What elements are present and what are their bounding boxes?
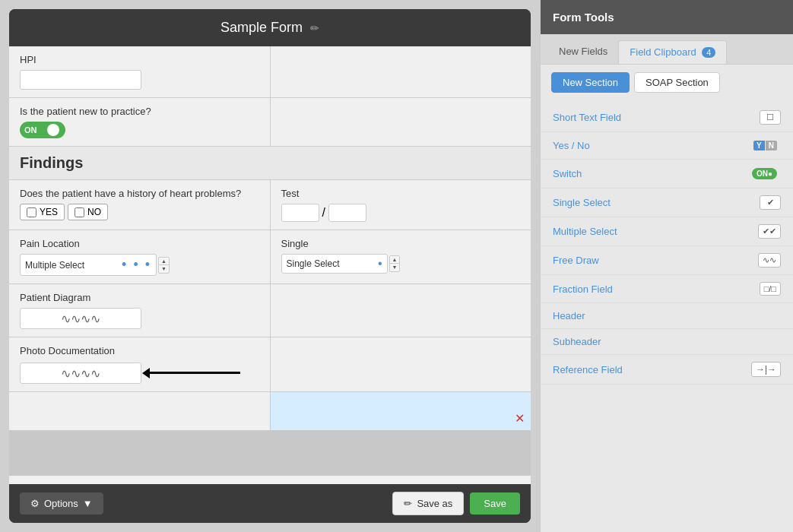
- save-button[interactable]: Save: [470, 492, 520, 515]
- multi-select-dots: • • •: [122, 257, 151, 273]
- heart-problems-row: Does the patient have a history of heart…: [9, 180, 531, 230]
- patient-diagram-row: Patient Diagram ∿∿∿∿: [9, 284, 531, 337]
- spinner-down[interactable]: ▼: [159, 265, 169, 272]
- field-icon-yes-no: YN: [750, 139, 781, 152]
- patient-new-empty-cell: [271, 98, 531, 146]
- toggle-switch[interactable]: ON: [20, 122, 65, 138]
- hpi-input[interactable]: [20, 70, 141, 90]
- yes-checkbox-label[interactable]: YES: [20, 204, 65, 220]
- photo-doc-row: Photo Documentation ∿∿∿∿: [9, 337, 531, 392]
- options-button[interactable]: ⚙ Options ▼: [20, 492, 103, 515]
- arrow-line: [149, 372, 240, 374]
- patient-new-label: Is the patient new to practice?: [20, 106, 259, 117]
- field-item-switch[interactable]: Switch ON●: [541, 160, 793, 188]
- field-icon-subheader: [773, 340, 781, 344]
- field-item-short-text[interactable]: Short Text Field ☐: [541, 103, 793, 132]
- field-item-header[interactable]: Header: [541, 303, 793, 329]
- no-checkbox-label[interactable]: NO: [68, 204, 108, 220]
- fraction-slash: /: [322, 206, 325, 220]
- draw-icon-1: ∿∿∿∿: [61, 312, 100, 326]
- field-item-reference[interactable]: Reference Field →|→: [541, 355, 793, 385]
- drop-zone-row: ✕: [9, 392, 531, 430]
- hpi-empty-cell: [271, 46, 531, 97]
- tab-field-clipboard-label: Field Clipboard: [630, 46, 696, 58]
- patient-diagram-draw[interactable]: ∿∿∿∿: [20, 308, 141, 329]
- yes-checkbox[interactable]: [27, 207, 36, 217]
- save-as-button[interactable]: ✏ Save as: [392, 492, 464, 515]
- field-item-multi-select[interactable]: Multiple Select ✔✔: [541, 217, 793, 246]
- panel-title: Form Tools: [553, 11, 614, 24]
- field-label-single-select: Single Select: [553, 197, 611, 208]
- clipboard-badge: 4: [702, 47, 715, 58]
- heart-problems-cell: Does the patient have a history of heart…: [9, 180, 271, 230]
- new-section-button[interactable]: New Section: [551, 72, 630, 93]
- fraction-input: /: [281, 204, 521, 222]
- test-label: Test: [281, 188, 521, 199]
- field-item-free-draw[interactable]: Free Draw ∿∿: [541, 246, 793, 275]
- single-select-spinner[interactable]: ▲ ▼: [389, 255, 401, 272]
- pain-location-label: Pain Location: [20, 238, 259, 249]
- drop-zone-left: [9, 392, 271, 430]
- field-item-fraction[interactable]: Fraction Field □/□: [541, 275, 793, 303]
- multi-select-value: Multiple Select: [25, 260, 84, 271]
- field-icon-single-select: ✔: [760, 195, 781, 210]
- field-label-free-draw: Free Draw: [553, 255, 599, 266]
- pencil-icon-footer: ✏: [404, 498, 412, 509]
- photo-doc-cell: Photo Documentation ∿∿∿∿: [9, 337, 271, 391]
- multi-select-field[interactable]: Multiple Select • • •: [20, 254, 157, 276]
- field-icon-switch: ON●: [748, 166, 781, 181]
- delete-icon[interactable]: ✕: [515, 411, 525, 426]
- tab-new-fields[interactable]: New Fields: [548, 40, 618, 64]
- findings-title: Findings: [20, 154, 520, 172]
- photo-draw-field[interactable]: ∿∿∿∿: [20, 363, 141, 384]
- arrowhead: [142, 368, 150, 378]
- multi-select-spinner[interactable]: ▲ ▼: [158, 257, 170, 274]
- right-panel-header: Form Tools: [541, 0, 793, 34]
- hpi-label: HPI: [20, 54, 259, 65]
- save-as-label: Save as: [417, 498, 452, 509]
- form-title: Sample Form: [220, 20, 303, 36]
- form-body: HPI Is the patient new to practice? ON: [9, 46, 531, 484]
- hpi-cell: HPI: [9, 46, 271, 97]
- form-container: Sample Form ✏ HPI Is the patient new to …: [9, 9, 531, 523]
- right-panel: Form Tools New Fields Field Clipboard 4 …: [540, 0, 793, 532]
- draw-icon-2: ∿∿∿∿: [61, 366, 100, 381]
- field-label-header: Header: [553, 310, 585, 321]
- spinner-up[interactable]: ▲: [159, 258, 169, 265]
- pain-location-cell: Pain Location Multiple Select • • • ▲ ▼: [9, 230, 271, 283]
- drop-zone[interactable]: ✕: [271, 392, 531, 430]
- fraction-box-right[interactable]: [328, 204, 366, 222]
- field-icon-reference: →|→: [751, 362, 781, 377]
- heart-label: Does the patient have a history of heart…: [20, 188, 259, 199]
- patient-diagram-cell: Patient Diagram ∿∿∿∿: [9, 284, 271, 337]
- fraction-box-left[interactable]: [281, 204, 319, 222]
- single-select-value: Single Select: [287, 258, 340, 269]
- soap-section-button[interactable]: SOAP Section: [634, 72, 720, 93]
- new-section-label: New Section: [563, 77, 618, 88]
- toggle-circle: [47, 124, 59, 136]
- gray-zone: [9, 430, 531, 476]
- field-item-yes-no[interactable]: Yes / No YN: [541, 132, 793, 160]
- field-item-subheader[interactable]: Subheader: [541, 329, 793, 355]
- field-list: Short Text Field ☐ Yes / No YN Switch ON…: [541, 100, 793, 532]
- field-label-short-text: Short Text Field: [553, 112, 621, 123]
- hpi-row: HPI: [9, 46, 531, 98]
- field-item-single-select[interactable]: Single Select ✔: [541, 188, 793, 217]
- field-icon-free-draw: ∿∿: [758, 253, 781, 268]
- toggle-label: ON: [24, 125, 37, 135]
- field-label-fraction: Fraction Field: [553, 283, 613, 295]
- save-label: Save: [484, 498, 506, 509]
- tab-field-clipboard[interactable]: Field Clipboard 4: [618, 40, 727, 64]
- single-spinner-up[interactable]: ▲: [390, 256, 400, 264]
- tabs-row: New Fields Field Clipboard 4: [541, 34, 793, 65]
- no-checkbox[interactable]: [75, 207, 84, 217]
- edit-icon[interactable]: ✏: [310, 22, 319, 34]
- tab-new-fields-label: New Fields: [559, 46, 607, 57]
- section-buttons: New Section SOAP Section: [541, 65, 793, 100]
- field-icon-header: [773, 315, 781, 318]
- single-spinner-down[interactable]: ▼: [390, 264, 400, 271]
- toggle-container: ON: [20, 122, 259, 138]
- field-icon-multi-select: ✔✔: [758, 224, 781, 239]
- single-select-field[interactable]: Single Select •: [281, 254, 388, 274]
- checkbox-group: YES NO: [20, 204, 259, 220]
